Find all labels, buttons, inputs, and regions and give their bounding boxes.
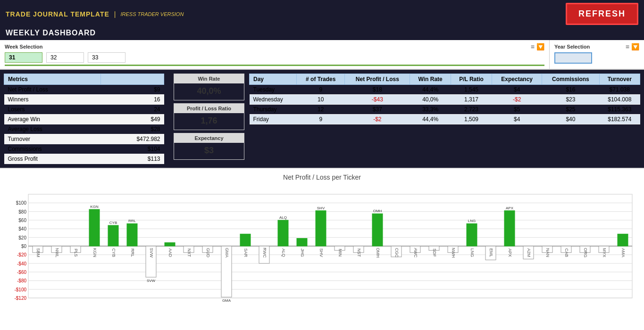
metrics-row: Turnover$472.982 <box>4 134 164 144</box>
svg-text:ALQ: ALQ <box>281 248 286 257</box>
day-table-header: Day <box>250 74 297 85</box>
year-selection-label: Year Selection <box>554 44 590 50</box>
svg-text:-$20: -$20 <box>17 252 26 257</box>
svg-text:RRL: RRL <box>130 248 135 257</box>
day-pnl: $18 <box>345 85 410 95</box>
svg-text:-$100: -$100 <box>14 287 26 292</box>
metric-value: $472.982 <box>101 134 164 144</box>
chart-container: $100$80$60$40$20$0-$20-$40-$60-$80-$100-… <box>5 185 639 330</box>
metric-value: $49 <box>101 115 164 124</box>
svg-text:CYB: CYB <box>109 221 117 225</box>
day-expectancy: $5 <box>492 105 542 115</box>
day-plratio: 1,545 <box>451 85 492 95</box>
day-name: Tuesday <box>250 85 297 95</box>
day-table-header: P/L Ratio <box>451 74 492 85</box>
day-trades: 9 <box>297 115 345 124</box>
day-table-header: Turnover <box>599 74 640 85</box>
selection-area: Week Selection ≡ 🔽 Year Selection ≡ 🔽 20… <box>0 40 644 70</box>
day-table-row: Friday 9 -$2 44,4% 1,509 $4 $40 $182.574 <box>250 115 640 124</box>
green-underline <box>5 65 544 66</box>
day-table-row: Tuesday 9 $18 44,4% 1,545 $4 $16 $71.038 <box>250 85 640 95</box>
day-expectancy: -$2 <box>492 95 542 105</box>
filter-icon[interactable]: 🔽 <box>536 43 544 50</box>
metric-label: Losers <box>4 105 101 115</box>
svg-text:SDF: SDF <box>432 248 437 257</box>
svg-rect-97 <box>618 234 628 246</box>
svg-text:SHV: SHV <box>317 206 325 210</box>
svg-text:CAB: CAB <box>564 248 569 257</box>
svg-text:GUD: GUD <box>206 248 210 258</box>
svg-text:ALQ: ALQ <box>279 215 287 220</box>
day-expectancy: $4 <box>492 115 542 124</box>
metrics-table: Metrics Net Profit / Loss$9Winners16Lose… <box>4 74 164 164</box>
day-name: Thursday <box>250 105 297 115</box>
kpi-value: 40,0% <box>184 86 234 96</box>
refresh-button[interactable]: REFRESH <box>566 3 638 25</box>
svg-text:-$60: -$60 <box>17 270 26 275</box>
year-input[interactable]: 2018 <box>554 52 592 64</box>
kpi-title: Win Rate <box>174 74 244 83</box>
sort-icon[interactable]: ≡ <box>531 43 535 50</box>
day-winrate: 33,3% <box>410 105 451 115</box>
metrics-section: Metrics Net Profit / Loss$9Winners16Lose… <box>4 74 164 164</box>
day-turnover: $104.008 <box>599 95 640 105</box>
day-plratio: 1,317 <box>451 95 492 105</box>
chart-section: Net Profit / Loss per Ticker $100$80$60$… <box>0 168 644 330</box>
svg-text:EML: EML <box>489 248 493 257</box>
week-input-33[interactable] <box>88 52 125 63</box>
svg-text:$40: $40 <box>18 226 26 231</box>
svg-text:MYX: MYX <box>602 248 607 257</box>
day-name: Friday <box>250 115 297 124</box>
day-winrate: 44,4% <box>410 115 451 124</box>
svg-rect-84 <box>504 211 515 246</box>
day-commissions: $23 <box>542 95 599 105</box>
svg-rect-59 <box>297 239 307 247</box>
day-plratio: 2,723 <box>451 105 492 115</box>
svg-text:PLS: PLS <box>74 248 78 256</box>
svg-text:ORG: ORG <box>583 248 588 258</box>
header: TRADE JOURNAL TEMPLATE | IRESS TRADER VE… <box>0 0 644 28</box>
kpi-section: Win Rate40,0%Profit / Loss Ratio1,76Expe… <box>174 74 244 164</box>
svg-text:A2M: A2M <box>527 248 531 257</box>
svg-text:OMH: OMH <box>373 209 382 213</box>
svg-text:OMH: OMH <box>376 248 380 258</box>
metrics-row: Average Loss$28 <box>4 124 164 134</box>
day-expectancy: $4 <box>492 85 542 95</box>
svg-text:KGN: KGN <box>90 205 99 209</box>
metric-label: Turnover <box>4 134 101 144</box>
year-filter-icon[interactable]: 🔽 <box>631 43 639 50</box>
svg-text:NXT: NXT <box>187 248 192 257</box>
svg-text:$0: $0 <box>21 244 27 249</box>
svg-text:NWL: NWL <box>55 248 59 257</box>
day-turnover: $182.574 <box>599 115 640 124</box>
kpi-title: Profit / Loss Ratio <box>174 104 244 113</box>
day-table: Day# of TradesNet Profit / LossWin RateP… <box>249 74 640 124</box>
day-pnl: -$43 <box>345 95 410 105</box>
svg-text:AAD: AAD <box>168 248 173 257</box>
metric-label: Net Profit / Loss <box>4 85 101 95</box>
day-table-header: Commissions <box>542 74 599 85</box>
svg-text:$20: $20 <box>18 235 26 240</box>
svg-rect-31 <box>89 209 100 246</box>
svg-text:GMA: GMA <box>225 248 229 258</box>
metric-label: Average Loss <box>4 124 101 134</box>
metric-label: Commissions <box>4 144 101 154</box>
week-selection-label: Week Selection <box>5 44 43 50</box>
metric-value: 24 <box>101 105 164 115</box>
year-sort-icon[interactable]: ≡ <box>626 43 629 50</box>
metrics-row: Net Profit / Loss$9 <box>4 85 164 95</box>
svg-text:NWH: NWH <box>451 248 456 258</box>
kpi-box: Expectancy$3 <box>174 133 244 160</box>
svg-text:SVW: SVW <box>147 279 156 283</box>
svg-text:$100: $100 <box>16 200 27 206</box>
day-commissions: $40 <box>542 115 599 124</box>
day-trades: 12 <box>297 105 345 115</box>
metrics-header-label: Metrics <box>4 74 101 85</box>
week-input-31[interactable] <box>5 52 42 63</box>
day-winrate: 44,4% <box>410 85 451 95</box>
svg-text:AMA: AMA <box>621 248 626 257</box>
week-input-32[interactable] <box>46 52 84 63</box>
svg-text:GMA: GMA <box>222 298 231 303</box>
day-table-header: # of Trades <box>297 74 345 85</box>
metrics-header-value <box>101 74 164 85</box>
